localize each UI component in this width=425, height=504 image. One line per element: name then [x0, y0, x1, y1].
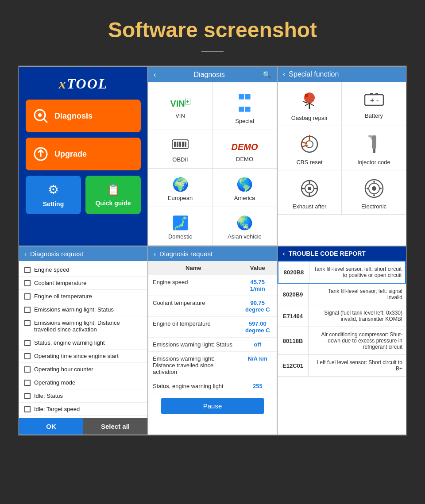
row-name-5: Status, engine warning light — [148, 379, 239, 393]
list-item[interactable]: Emissions warning light: Distance travel… — [19, 316, 147, 336]
obdii-item[interactable]: OBDII — [148, 130, 212, 169]
row-value-3: off — [239, 338, 277, 352]
vin-label: VIN — [175, 112, 185, 119]
gasbag-item[interactable]: Gasbag repair — [278, 82, 342, 126]
list-item[interactable]: Engine oil temperature — [19, 290, 147, 303]
svg-rect-6 — [177, 142, 178, 147]
trouble-code-4: E12C01 — [278, 355, 309, 376]
exhaust-item[interactable]: Exhaust after — [278, 170, 342, 215]
trouble-row-3[interactable]: 80118B Air conditioning compressor: Shut… — [278, 327, 406, 355]
america-label: America — [234, 195, 255, 201]
checkbox-oil-temp[interactable] — [24, 293, 31, 300]
list-item[interactable]: Operating hour counter — [19, 363, 147, 376]
checkbox-engine-warning[interactable] — [24, 340, 31, 346]
table-row: Coolant temperature 90.75 degree C — [148, 296, 277, 317]
checkbox-op-hour[interactable] — [24, 366, 31, 373]
diagnosis-label: Diagnosis — [54, 112, 93, 121]
checkbox-operating-time[interactable] — [24, 353, 31, 359]
obdii-label: OBDII — [172, 156, 188, 163]
ok-button[interactable]: OK — [19, 418, 83, 435]
demo-item[interactable]: DEMO DEMO — [212, 130, 277, 169]
vin-item[interactable]: VIN+ VIN — [148, 82, 212, 130]
exhaust-icon — [298, 177, 321, 200]
svg-point-22 — [306, 141, 313, 148]
xtool-main-panel: xTOOL Diagnosis Upgrade — [19, 66, 148, 246]
list-item[interactable]: Coolant temperature — [19, 277, 147, 290]
cbs-item[interactable]: CBS reset — [278, 126, 342, 170]
electronic-item[interactable]: Electronic — [342, 170, 406, 215]
setting-button[interactable]: ⚙ Setting — [26, 176, 81, 214]
trouble-row-1[interactable]: 8020B9 Tank fill-level sensor, left: sig… — [278, 284, 406, 305]
gear-icon: ⚙ — [48, 182, 59, 197]
demo-icon: DEMO — [232, 139, 258, 153]
upgrade-button[interactable]: Upgrade — [26, 138, 141, 170]
injector-item[interactable]: Injector code — [342, 126, 406, 170]
asian-label: Asian vehicle — [228, 233, 262, 240]
back-icon-trouble[interactable]: ‹ — [283, 250, 285, 257]
diagnosis-button[interactable]: Diagnosis — [26, 100, 141, 132]
list-item[interactable]: Idle: Status — [19, 389, 147, 403]
svg-rect-26 — [372, 135, 376, 149]
list-item[interactable]: Status, engine warning light — [19, 336, 147, 350]
quick-guide-button[interactable]: 📋 Quick guide — [85, 176, 141, 214]
checkbox-coolant-temp[interactable] — [24, 280, 31, 286]
domestic-item[interactable]: 🗾 Domestic — [148, 207, 212, 246]
special-item[interactable]: ■■■■ Special — [212, 82, 277, 130]
electronic-icon — [363, 177, 385, 200]
list-item[interactable]: Engine speed — [19, 263, 147, 277]
coolant-temp-label: Coolant temperature — [34, 280, 87, 286]
back-icon-req[interactable]: ‹ — [24, 250, 27, 258]
back-icon-special[interactable]: ‹ — [283, 70, 285, 78]
vin-icon: VIN+ — [170, 96, 190, 110]
pause-button[interactable]: Pause — [161, 398, 264, 414]
back-icon[interactable]: ‹ — [154, 71, 156, 79]
row-value-0: 45.75 1/min — [239, 275, 277, 296]
back-icon-table[interactable]: ‹ — [154, 250, 156, 258]
checkbox-emissions-dist[interactable] — [24, 320, 31, 326]
special-function-panel: ‹ Special function Gasbag repair — [277, 66, 406, 246]
trouble-row-0[interactable]: 8020B8 Tank fill-level sensor, left: sho… — [278, 261, 406, 284]
asian-item[interactable]: 🌏 Asian vehicle — [212, 207, 277, 246]
trouble-code-3: 80118B — [278, 327, 309, 354]
checkbox-idle-status[interactable] — [24, 393, 31, 399]
table-row: Emissions warning light: Distance travel… — [148, 352, 277, 379]
diagnosis-icon — [32, 108, 49, 124]
row-value-4: N/A km — [239, 352, 277, 379]
svg-point-42 — [367, 188, 368, 189]
quick-guide-label: Quick guide — [95, 200, 131, 207]
svg-point-1 — [38, 113, 42, 117]
search-icon[interactable]: 🔍 — [263, 70, 271, 79]
request-list: Engine speed Coolant temperature Engine … — [19, 261, 147, 418]
trouble-code-title: TROUBLE CODE REPORT — [289, 250, 366, 257]
data-table-title: Diagnosis request — [159, 250, 212, 258]
svg-line-23 — [302, 142, 306, 143]
operating-time-label: Operating time since engine start — [34, 353, 119, 359]
checkbox-emissions-status[interactable] — [24, 307, 31, 313]
idle-target-label: Idle: Target speed — [34, 406, 80, 412]
page-title: Software screenshot — [108, 0, 317, 46]
checkbox-op-mode[interactable] — [24, 380, 31, 386]
table-row: Engine speed 45.75 1/min — [148, 275, 277, 296]
list-item[interactable]: Idle: Target speed — [19, 403, 147, 416]
special-label: Special — [235, 118, 254, 124]
diagnosis-request-title: Diagnosis request — [30, 250, 83, 258]
list-item[interactable]: Operating mode — [19, 376, 147, 389]
special-grid: Gasbag repair + - Battery — [278, 82, 406, 215]
list-item[interactable]: Emissions warning light: Status — [19, 303, 147, 316]
america-item[interactable]: 🌎 America — [212, 169, 277, 207]
op-hour-label: Operating hour counter — [34, 366, 93, 373]
trouble-row-4[interactable]: E12C01 Left fuel level sensor: Short cir… — [278, 355, 406, 377]
checkbox-engine-speed[interactable] — [24, 267, 31, 273]
trouble-row-2[interactable]: E71464 Signal (fuel tank level left, 0x3… — [278, 305, 406, 327]
select-all-button[interactable]: Select all — [83, 418, 147, 435]
battery-item[interactable]: + - Battery — [342, 82, 406, 126]
trouble-code-2: E71464 — [278, 305, 309, 327]
col-value: Value — [239, 261, 277, 275]
european-item[interactable]: 🌍 European — [148, 169, 212, 207]
diagnosis-grid: VIN+ VIN ■■■■ Special — [148, 82, 277, 246]
gasbag-label: Gasbag repair — [291, 115, 328, 121]
domestic-label: Domestic — [168, 233, 192, 240]
list-item[interactable]: Operating time since engine start — [19, 350, 147, 363]
table-row: Engine oil temperature 597.00 degree C — [148, 317, 277, 338]
checkbox-idle-target[interactable] — [24, 406, 31, 412]
